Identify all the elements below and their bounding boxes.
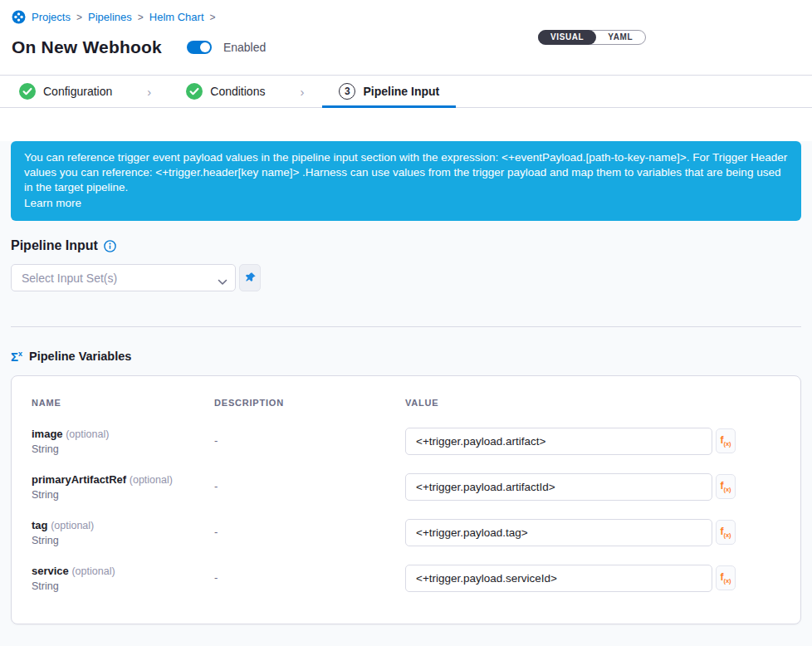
variable-type: String (32, 535, 206, 546)
input-set-select-field[interactable] (11, 264, 236, 291)
check-circle-icon (186, 83, 203, 100)
tab-pipeline-input[interactable]: 3 Pipeline Input (322, 76, 456, 107)
enabled-toggle-label: Enabled (223, 41, 266, 54)
breadcrumb-separator: > (76, 12, 82, 23)
expression-fx-button[interactable]: f(x) (716, 428, 736, 453)
breadcrumb-link-projects[interactable]: Projects (32, 11, 71, 23)
variable-value-cell: f(x) (405, 565, 780, 610)
variable-type: String (32, 580, 206, 592)
breadcrumb-separator: > (210, 12, 216, 23)
variables-table: NAME DESCRIPTION VALUE image (optional) … (32, 398, 780, 610)
info-icon[interactable] (104, 240, 116, 252)
pipeline-variables-icon: Σx (11, 350, 22, 363)
variable-description-cell: - (214, 565, 405, 610)
wizard-tabbar: Configuration › Conditions › 3 Pipeline … (0, 75, 812, 108)
breadcrumb: Projects > Pipelines > Helm Chart > (12, 10, 800, 24)
pipeline-variables-card: NAME DESCRIPTION VALUE image (optional) … (11, 375, 801, 624)
column-header-value: VALUE (405, 398, 780, 428)
variable-value-cell: f(x) (405, 519, 780, 565)
variable-value-cell: f(x) (405, 473, 780, 519)
info-banner: You can reference trigger event payload … (11, 141, 801, 221)
check-circle-icon (19, 83, 36, 100)
pin-input-set-button[interactable] (239, 264, 261, 291)
variable-description-cell: - (214, 519, 405, 565)
enabled-toggle[interactable] (187, 41, 212, 54)
step-number-icon: 3 (339, 83, 355, 100)
pipeline-variables-heading: Pipeline Variables (29, 350, 131, 363)
column-header-description: DESCRIPTION (214, 398, 405, 428)
variable-value-input[interactable] (405, 565, 712, 592)
variable-value-input[interactable] (405, 473, 712, 501)
tab-conditions[interactable]: Conditions (169, 76, 281, 107)
tab-label: Pipeline Input (363, 85, 439, 98)
variable-description-cell: - (214, 473, 405, 519)
tab-label: Conditions (210, 85, 265, 98)
view-mode-switch: VISUAL YAML (538, 30, 646, 45)
info-banner-text: You can reference trigger event payload … (24, 151, 787, 193)
variable-name-cell: tag (optional) String (32, 519, 214, 565)
breadcrumb-link-pipelines[interactable]: Pipelines (88, 11, 132, 23)
expression-fx-button[interactable]: f(x) (716, 565, 736, 590)
page-header: Projects > Pipelines > Helm Chart > On N… (0, 0, 812, 75)
variable-name-cell: service (optional) String (32, 565, 214, 610)
expression-fx-button[interactable]: f(x) (716, 520, 736, 545)
chevron-right-icon: › (129, 76, 169, 107)
yaml-mode-button[interactable]: YAML (595, 31, 645, 44)
variable-value-cell: f(x) (405, 428, 780, 473)
visual-mode-button[interactable]: VISUAL (538, 30, 596, 45)
variable-name-cell: primaryArtifactRef (optional) String (32, 473, 214, 519)
breadcrumb-separator: > (138, 12, 144, 23)
variable-value-input[interactable] (405, 519, 712, 546)
toggle-knob (200, 42, 210, 52)
main-content: You can reference trigger event payload … (0, 141, 812, 646)
pipeline-input-heading: Pipeline Input (11, 238, 98, 253)
tab-label: Configuration (43, 85, 112, 98)
learn-more-link[interactable]: Learn more (24, 196, 81, 211)
column-header-name: NAME (32, 398, 214, 428)
variable-description-cell: - (214, 428, 405, 473)
page-title: On New Webhook (12, 37, 162, 57)
section-divider (11, 326, 801, 327)
variable-value-input[interactable] (405, 428, 712, 455)
input-set-select (11, 264, 236, 291)
pushpin-icon (244, 272, 257, 284)
variable-type: String (32, 443, 206, 455)
expression-fx-button[interactable]: f(x) (716, 474, 736, 499)
harness-project-icon (12, 10, 26, 24)
breadcrumb-link-helm-chart[interactable]: Helm Chart (149, 11, 204, 23)
variable-name-cell: image (optional) String (32, 428, 214, 473)
chevron-right-icon: › (281, 76, 322, 107)
variable-type: String (32, 489, 206, 501)
tab-configuration[interactable]: Configuration (19, 76, 129, 107)
